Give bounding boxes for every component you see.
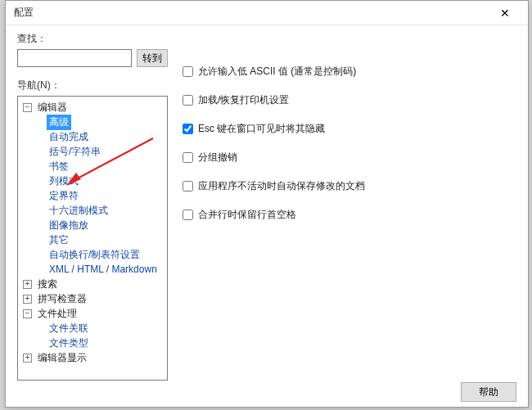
find-input[interactable] [17,49,132,67]
tree-item-label[interactable]: 定界符 [47,188,81,204]
option-checkbox[interactable] [183,181,193,191]
tree-item-label[interactable]: 高级 [47,115,71,130]
expand-icon[interactable]: + [23,354,32,363]
footer: 帮助 [6,377,528,407]
tree-item-label[interactable]: 图像拖放 [47,218,91,233]
expand-icon[interactable]: + [23,280,32,289]
option-row[interactable]: 加载/恢复打印机设置 [183,93,516,107]
collapse-icon[interactable]: − [23,309,32,318]
tree-item[interactable]: −文件处理文件关联文件类型 [23,306,167,350]
tree-item-label[interactable]: XML / HTML / Markdown [47,263,160,276]
option-checkbox[interactable] [183,210,193,220]
titlebar: 配置 ✕ [6,1,528,25]
collapse-icon[interactable]: − [23,103,32,112]
option-row[interactable]: 合并行时保留行首空格 [183,208,516,222]
option-row[interactable]: 允许输入低 ASCII 值 (通常是控制码) [183,65,516,79]
tree-item[interactable]: +搜索 [23,277,167,291]
tree-item[interactable]: 文件关联 [34,321,167,336]
tree-item[interactable]: +拼写检查器 [23,291,167,306]
nav-label: 导航(N)： [17,79,168,92]
option-label: Esc 键在窗口可见时将其隐藏 [198,122,325,136]
tree-item[interactable]: 十六进制模式 [34,203,167,218]
tree-item-label[interactable]: 文件类型 [47,336,91,351]
tree-item-label[interactable]: 自动完成 [47,129,91,145]
option-row[interactable]: 应用程序不活动时自动保存修改的文档 [183,179,516,193]
tree-item[interactable]: 高级 [34,115,167,129]
option-label: 加载/恢复打印机设置 [198,93,289,107]
tree-item[interactable]: 文件类型 [34,336,167,350]
tree-item[interactable]: XML / HTML / Markdown [34,262,167,277]
tree-item[interactable]: 其它 [34,232,167,247]
go-button[interactable]: 转到 [137,49,168,67]
tree-item-label[interactable]: 十六进制模式 [47,203,110,219]
tree-item[interactable]: 自动换行/制表符设置 [34,247,167,262]
tree-item[interactable]: 图像拖放 [34,218,167,232]
tree-item[interactable]: 括号/字符串 [34,144,167,159]
option-row[interactable]: Esc 键在窗口可见时将其隐藏 [183,122,516,136]
tree-item-label[interactable]: 文件关联 [47,321,91,336]
option-checkbox[interactable] [183,95,193,106]
option-label: 分组撤销 [198,151,237,164]
option-checkbox[interactable] [183,124,193,134]
dialog-body: 查找： 转到 导航(N)： −编辑器高级自动完成括号/字符串书签列模式定界符十六… [6,25,528,377]
tree-item-label[interactable]: 文件处理 [35,306,79,322]
help-button[interactable]: 帮助 [461,382,516,402]
tree-item-label[interactable]: 括号/字符串 [47,144,103,160]
option-checkbox[interactable] [183,152,193,163]
tree-item[interactable]: −编辑器高级自动完成括号/字符串书签列模式定界符十六进制模式图像拖放其它自动换行… [23,100,167,277]
tree-item-label[interactable]: 自动换行/制表符设置 [47,247,142,263]
tree-item[interactable]: 书签 [34,159,167,173]
option-label: 允许输入低 ASCII 值 (通常是控制码) [198,65,356,79]
dialog-title: 配置 [14,6,34,20]
tree-item[interactable]: +编辑器显示 [23,350,167,365]
find-label: 查找： [17,32,168,46]
nav-tree[interactable]: −编辑器高级自动完成括号/字符串书签列模式定界符十六进制模式图像拖放其它自动换行… [17,96,168,381]
tree-item-label[interactable]: 编辑器 [35,100,70,115]
option-label: 合并行时保留行首空格 [198,208,296,222]
tree-item[interactable]: 定界符 [34,188,167,203]
tree-item-label[interactable]: 其它 [47,232,71,248]
left-column: 查找： 转到 导航(N)： −编辑器高级自动完成括号/字符串书签列模式定界符十六… [17,32,168,381]
option-checkbox[interactable] [183,66,193,77]
find-row: 转到 [17,49,168,67]
close-icon[interactable]: ✕ [490,2,520,25]
tree-item-label[interactable]: 编辑器显示 [35,350,89,366]
option-label: 应用程序不活动时自动保存修改的文档 [198,179,365,193]
config-dialog: 配置 ✕ 查找： 转到 导航(N)： −编辑器高级自动完成括号/字符串书签列模式… [5,0,529,408]
expand-icon[interactable]: + [23,295,32,304]
tree-item[interactable]: 自动完成 [34,129,167,144]
tree-item-label[interactable]: 拼写检查器 [35,291,89,307]
options-panel: 允许输入低 ASCII 值 (通常是控制码)加载/恢复打印机设置Esc 键在窗口… [183,65,516,237]
tree-item-label[interactable]: 列模式 [47,173,81,189]
tree-item[interactable]: 列模式 [34,173,167,188]
tree-item-label[interactable]: 书签 [47,159,71,174]
tree-item-label[interactable]: 搜索 [35,277,60,292]
option-row[interactable]: 分组撤销 [183,151,516,164]
